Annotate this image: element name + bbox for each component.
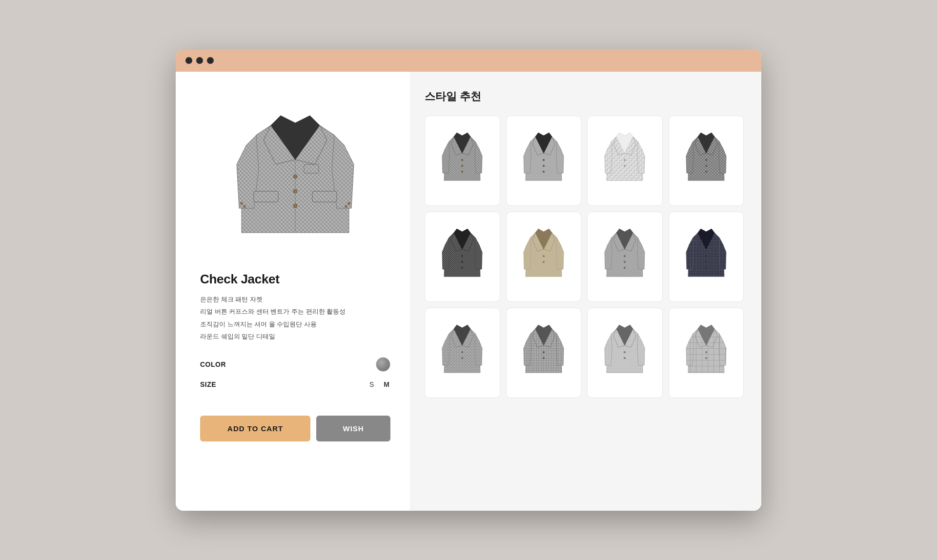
- size-option-row: SIZE S M: [200, 379, 390, 390]
- svg-point-55: [543, 261, 545, 263]
- action-buttons: ADD TO CART WISH: [200, 416, 390, 441]
- recommendation-card-8[interactable]: [669, 212, 744, 302]
- jacket-image-9: [431, 314, 494, 392]
- svg-point-30: [543, 159, 545, 161]
- svg-point-38: [624, 159, 626, 161]
- recommendations-title: 스타일 추천: [425, 89, 744, 104]
- product-options: COLOR SIZE S M: [200, 357, 390, 397]
- svg-point-97: [705, 357, 707, 359]
- recommendations-panel: 스타일 추천: [410, 72, 761, 511]
- recommendation-card-10[interactable]: [506, 308, 582, 398]
- product-desc-line-1: 은은한 체크 패턴 자켓: [200, 294, 390, 305]
- svg-point-45: [705, 171, 707, 173]
- svg-point-60: [624, 261, 626, 263]
- product-desc-line-4: 라운드 쉐입의 밑단 디테일: [200, 331, 390, 342]
- recommendations-grid: [425, 116, 744, 398]
- svg-point-68: [705, 261, 707, 263]
- browser-dot-3: [207, 57, 214, 64]
- svg-point-26: [461, 165, 463, 167]
- color-label: COLOR: [200, 360, 239, 368]
- jacket-image-10: [512, 314, 575, 392]
- svg-point-39: [624, 165, 626, 167]
- product-description: 은은한 체크 패턴 자켓 리얼 버튼 커프스와 센터 벤트가 주는 편리한 활동…: [200, 294, 390, 343]
- svg-point-25: [461, 159, 463, 161]
- browser-dot-2: [196, 57, 203, 64]
- svg-rect-9: [254, 191, 278, 202]
- product-title: Check Jacket: [200, 272, 390, 287]
- size-m-button[interactable]: M: [383, 379, 390, 390]
- svg-point-61: [624, 267, 626, 269]
- svg-point-32: [543, 171, 545, 173]
- jacket-image-11: [593, 314, 656, 392]
- product-image-container: [200, 91, 390, 257]
- svg-point-16: [244, 205, 246, 208]
- svg-point-51: [461, 267, 463, 269]
- svg-point-15: [241, 202, 243, 205]
- svg-point-17: [348, 202, 350, 205]
- svg-point-87: [624, 351, 626, 353]
- recommendation-card-1[interactable]: [425, 116, 500, 206]
- product-desc-line-3: 조직감이 느껴지는 셔머 울 수입원단 사용: [200, 319, 390, 330]
- jacket-image-5: [431, 218, 494, 296]
- product-panel: Check Jacket 은은한 체크 패턴 자켓 리얼 버튼 커프스와 센터 …: [176, 72, 410, 511]
- color-swatch[interactable]: [376, 357, 390, 372]
- jacket-image-3: [593, 122, 656, 200]
- recommendation-card-9[interactable]: [425, 308, 500, 398]
- svg-point-31: [543, 165, 545, 167]
- svg-rect-11: [304, 164, 319, 173]
- jacket-image-4: [675, 122, 738, 200]
- browser-dot-1: [185, 57, 192, 64]
- svg-point-18: [345, 205, 347, 208]
- wish-button[interactable]: WISH: [316, 416, 390, 441]
- size-label: SIZE: [200, 380, 239, 388]
- recommendation-card-3[interactable]: [587, 116, 663, 206]
- jacket-image-2: [512, 122, 575, 200]
- browser-content: Check Jacket 은은한 체크 패턴 자켓 리얼 버튼 커프스와 센터 …: [176, 72, 761, 511]
- svg-point-43: [705, 159, 707, 161]
- size-s-button[interactable]: S: [368, 379, 375, 390]
- svg-point-54: [543, 255, 545, 257]
- jacket-image-6: [512, 218, 575, 296]
- recommendation-card-2[interactable]: [506, 116, 582, 206]
- jacket-image-12: [675, 314, 738, 392]
- browser-window: Check Jacket 은은한 체크 패턴 자켓 리얼 버튼 커프스와 센터 …: [176, 49, 761, 511]
- svg-point-88: [624, 357, 626, 359]
- svg-point-59: [624, 255, 626, 257]
- svg-point-83: [543, 357, 545, 359]
- jacket-image-8: [675, 218, 738, 296]
- svg-point-44: [705, 165, 707, 167]
- size-options: S M: [368, 379, 390, 390]
- jacket-image-1: [431, 122, 494, 200]
- product-image: [232, 96, 359, 252]
- recommendation-card-4[interactable]: [669, 116, 744, 206]
- color-option-row: COLOR: [200, 357, 390, 372]
- svg-point-50: [461, 261, 463, 263]
- browser-titlebar: [176, 49, 761, 72]
- jacket-image-7: [593, 218, 656, 296]
- svg-point-76: [461, 357, 463, 359]
- recommendation-card-5[interactable]: [425, 212, 500, 302]
- product-desc-line-2: 리얼 버튼 커프스와 센터 벤트가 주는 편리한 활동성: [200, 306, 390, 317]
- svg-point-96: [705, 351, 707, 353]
- svg-point-75: [461, 351, 463, 353]
- recommendation-card-6[interactable]: [506, 212, 582, 302]
- add-to-cart-button[interactable]: ADD TO CART: [200, 416, 310, 441]
- svg-point-69: [705, 267, 707, 269]
- recommendation-card-7[interactable]: [587, 212, 663, 302]
- recommendation-card-12[interactable]: [669, 308, 744, 398]
- svg-point-82: [543, 351, 545, 353]
- svg-rect-10: [312, 191, 337, 202]
- recommendation-card-11[interactable]: [587, 308, 663, 398]
- svg-point-27: [461, 171, 463, 173]
- svg-point-49: [461, 255, 463, 257]
- svg-point-67: [705, 255, 707, 257]
